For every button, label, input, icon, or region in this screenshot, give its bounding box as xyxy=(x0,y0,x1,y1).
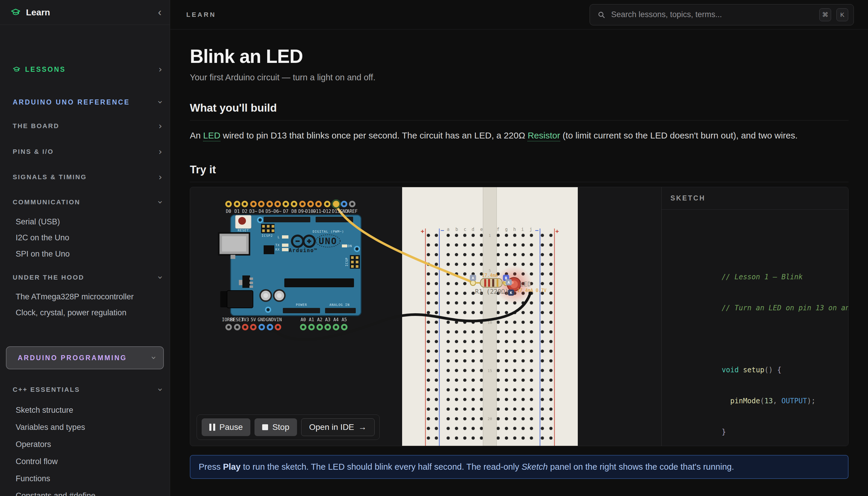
sidebar-item[interactable]: THE BOARD › xyxy=(0,119,170,133)
sidebar-item-label: Variables and types xyxy=(16,423,85,432)
sidebar-item-label: SPI on the Uno xyxy=(16,249,70,259)
open-in-ide-button[interactable]: Open in IDE → xyxy=(301,418,375,436)
stop-label: Stop xyxy=(272,422,289,432)
sidebar-item[interactable]: Clock, crystal, power regulation › xyxy=(0,306,170,320)
sidebar-item[interactable]: PINS & I/O › xyxy=(0,145,170,159)
paragraph-part: LED xyxy=(203,130,220,141)
info-callout: Press Play to run the sketch. The LED sh… xyxy=(190,455,849,479)
paragraph-part: (to limit current so the LED doesn't bur… xyxy=(560,130,797,140)
code-token xyxy=(773,366,777,374)
code-token: ); xyxy=(807,397,816,405)
stop-button[interactable]: Stop xyxy=(254,418,297,436)
sidebar-item[interactable]: C++ ESSENTIALS › xyxy=(0,383,170,397)
app-title: Learn xyxy=(26,7,50,17)
sidebar-nav: LESSONS › ARDUINO UNO REFERENCE › THE BO… xyxy=(0,25,170,496)
callout-part: panel on the right shows the code that's… xyxy=(548,462,734,471)
sketch-panel-header: SKETCH xyxy=(662,187,848,210)
pause-button[interactable]: Pause xyxy=(202,418,250,436)
sidebar-item[interactable]: Constants and #define › xyxy=(0,489,170,496)
sidebar-item[interactable]: SIGNALS & TIMING › xyxy=(0,170,170,184)
code-token xyxy=(739,366,743,374)
code-token: // Lesson 1 — Blink xyxy=(722,273,803,281)
simulator-canvas[interactable]: D0 D1 D2 D3~ D4 xyxy=(190,187,661,446)
sidebar-item-label: THE BOARD xyxy=(13,122,59,130)
sidebar-item-label: Sketch structure xyxy=(16,406,73,415)
callout-part: to run the sketch. The LED should blink … xyxy=(241,462,522,471)
page-subtitle: Your first Arduino circuit — turn a ligh… xyxy=(190,73,849,82)
code-line xyxy=(670,313,848,344)
circuit-simulator: D0 D1 D2 D3~ D4 xyxy=(190,187,849,446)
paragraph-part: Resistor xyxy=(528,130,560,141)
sidebar-item-label: ARDUINO PROGRAMMING xyxy=(18,354,127,362)
sidebar-item[interactable]: ARDUINO UNO REFERENCE › xyxy=(0,95,170,109)
sidebar-item[interactable]: Serial (USB) › xyxy=(0,215,170,229)
code-line: } xyxy=(670,406,848,437)
sidebar-item-label: ARDUINO UNO REFERENCE xyxy=(13,98,130,106)
kbd-k: K xyxy=(836,8,848,21)
paragraph-part: An xyxy=(190,130,203,140)
code-line: // Lesson 1 — Blink xyxy=(670,251,848,282)
sidebar-item[interactable]: COMMUNICATION › xyxy=(0,195,170,209)
code-token: () xyxy=(764,366,773,374)
sidebar: Learn ‹ LESSONS › ARDUINO UNO REFERENCE xyxy=(0,0,170,496)
sidebar-item[interactable]: The ATmega328P microcontroller › xyxy=(0,290,170,304)
sidebar-item[interactable]: Control flow › xyxy=(0,454,170,468)
sketch-panel: SKETCH // Lesson 1 — Blink // Turn an LE… xyxy=(661,187,848,446)
sidebar-item[interactable]: Variables and types › xyxy=(0,420,170,434)
sidebar-header: Learn ‹ xyxy=(0,0,170,25)
code-token xyxy=(722,397,730,405)
graduation-cap-icon xyxy=(11,8,21,17)
sidebar-item[interactable]: UNDER THE HOOD › xyxy=(0,270,170,284)
code-line: pinMode(13, OUTPUT); xyxy=(670,375,848,406)
code-line: void setup() { xyxy=(670,344,848,375)
sidebar-item[interactable]: Operators › xyxy=(0,437,170,451)
sidebar-item-label: UNDER THE HOOD xyxy=(13,274,84,281)
code-token: } xyxy=(722,428,726,436)
code-token: , xyxy=(773,397,781,405)
chevron-icon: › xyxy=(156,200,165,204)
sidebar-item[interactable]: LESSONS › xyxy=(0,62,170,76)
sidebar-item-label: I2C on the Uno xyxy=(16,233,69,243)
chevron-icon: › xyxy=(158,173,162,182)
code-token: { xyxy=(777,366,781,374)
sidebar-item-label: Clock, crystal, power regulation xyxy=(16,308,126,317)
code-line: // Turn an LED on pin 13 on and off ever… xyxy=(670,282,848,313)
sidebar-item-label: Constants and #define xyxy=(16,491,95,496)
divider xyxy=(190,120,849,121)
sidebar-item-label: PINS & I/O xyxy=(13,148,54,156)
code-viewer[interactable]: // Lesson 1 — Blink // Turn an LED on pi… xyxy=(662,210,848,446)
code-token: ( xyxy=(760,397,764,405)
main-area: LEARN ⌘ K Blink an LED Your first Arduin… xyxy=(170,0,868,496)
section-heading-build: What you'll build xyxy=(190,102,849,114)
pause-label: Pause xyxy=(219,422,243,432)
code-token: 13 xyxy=(764,397,773,405)
sidebar-item-label: The ATmega328P microcontroller xyxy=(16,292,134,301)
code-token: // Turn an LED on pin 13 on and off ever… xyxy=(722,304,848,312)
chevron-icon: › xyxy=(156,276,165,279)
search-icon xyxy=(598,11,605,19)
sidebar-item-label: LESSONS xyxy=(25,65,66,74)
collapse-sidebar-button[interactable]: ‹ xyxy=(158,7,161,18)
callout-part: Sketch xyxy=(522,462,548,471)
paragraph-part: wired to pin D13 that blinks once per se… xyxy=(220,130,528,140)
build-paragraph: An LED wired to pin D13 that blinks once… xyxy=(190,129,849,142)
sidebar-item[interactable]: Functions › xyxy=(0,471,170,486)
search-input[interactable] xyxy=(610,10,814,19)
graduation-cap-icon xyxy=(13,66,20,73)
breadcrumb: LEARN xyxy=(186,11,216,19)
sidebar-item-label: Operators xyxy=(16,440,51,449)
chevron-icon: › xyxy=(156,100,165,104)
sidebar-item[interactable]: Sketch structure › xyxy=(0,403,170,417)
chevron-icon: › xyxy=(158,122,162,130)
sidebar-item[interactable]: ARDUINO PROGRAMMING › xyxy=(6,346,164,369)
sidebar-item-label: SIGNALS & TIMING xyxy=(13,173,87,181)
chevron-icon: › xyxy=(158,147,162,156)
code-token: pinMode xyxy=(730,397,760,405)
arrow-right-icon: → xyxy=(358,422,367,432)
sidebar-item[interactable]: SPI on the Uno › xyxy=(0,247,170,261)
callout-part: Press xyxy=(199,462,223,471)
search-box[interactable]: ⌘ K xyxy=(590,4,854,26)
code-token: setup xyxy=(743,366,764,374)
code-token: void xyxy=(722,366,739,374)
sidebar-item[interactable]: I2C on the Uno › xyxy=(0,231,170,245)
